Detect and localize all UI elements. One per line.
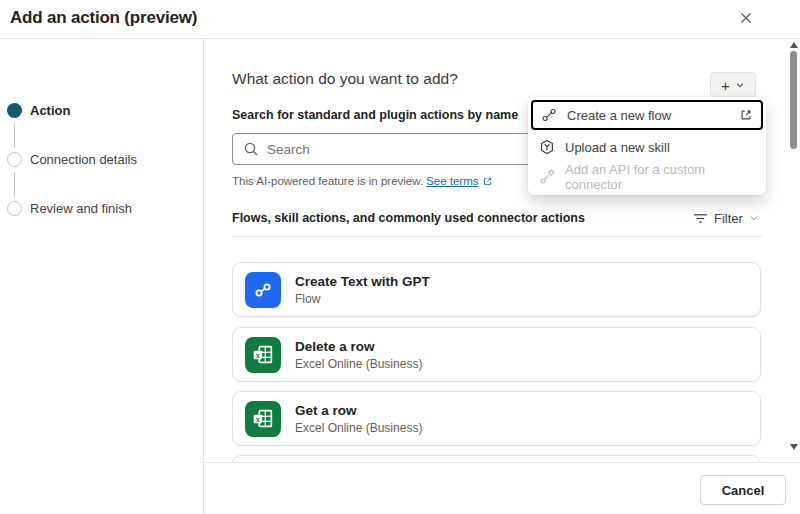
skill-cube-icon — [539, 139, 555, 155]
action-card-title: Get a row — [295, 403, 422, 418]
filter-label: Filter — [714, 211, 743, 226]
scrollbar[interactable] — [789, 40, 799, 452]
add-action-dialog: Add an action (preview) Action Connectio… — [0, 0, 800, 514]
chevron-down-icon — [749, 213, 759, 223]
step-dot-connection-details — [7, 152, 22, 167]
actions-list-header: Flows, skill actions, and commonly used … — [232, 211, 585, 225]
action-card-title: Delete a row — [295, 339, 422, 354]
ai-preview-note: This AI-powered feature is in preview. S… — [232, 175, 493, 187]
footer-divider — [203, 462, 800, 463]
plus-icon: + — [721, 78, 730, 93]
actions-scroll-area: Create Text with GPT Flow x Delete a row… — [232, 240, 763, 462]
ai-preview-note-text: This AI-powered feature is in preview. — [232, 175, 423, 187]
flow-connector-icon — [541, 107, 557, 123]
step-label-review-and-finish: Review and finish — [30, 201, 132, 216]
chevron-down-icon — [735, 80, 745, 90]
add-action-split-button[interactable]: + — [710, 72, 756, 98]
dialog-title: Add an action (preview) — [10, 8, 197, 28]
open-in-new-icon — [482, 176, 493, 187]
excel-icon: x — [245, 337, 281, 373]
filter-button[interactable]: Filter — [693, 208, 759, 228]
action-card-delete-a-row[interactable]: x Delete a row Excel Online (Business) — [232, 327, 761, 382]
custom-connector-icon — [539, 169, 555, 185]
search-icon — [243, 141, 259, 157]
see-terms-link[interactable]: See terms — [426, 175, 478, 187]
close-icon — [737, 9, 755, 27]
action-card-subtitle: Excel Online (Business) — [295, 357, 422, 371]
scroll-down-icon[interactable] — [790, 444, 798, 450]
flow-icon — [245, 272, 281, 308]
list-divider — [232, 236, 762, 237]
action-card-subtitle: Flow — [295, 292, 430, 306]
scroll-up-icon[interactable] — [790, 42, 798, 48]
menu-item-upload-a-new-skill[interactable]: Upload a new skill — [531, 132, 763, 162]
action-card-title: Create Text with GPT — [295, 274, 430, 289]
step-connector — [14, 172, 15, 197]
menu-item-create-a-new-flow[interactable]: Create a new flow — [531, 100, 763, 130]
action-card-subtitle: Excel Online (Business) — [295, 421, 422, 435]
add-action-menu: Create a new flow Upload a new skill Add… — [528, 97, 766, 195]
step-dot-review-and-finish — [7, 201, 22, 216]
menu-item-label: Add an API for a custom connector — [565, 162, 755, 192]
step-label-action: Action — [30, 103, 70, 118]
step-dot-action — [7, 103, 22, 118]
page-title: What action do you want to add? — [232, 70, 458, 88]
panel-divider — [203, 39, 204, 514]
action-card-get-a-row[interactable]: x Get a row Excel Online (Business) — [232, 391, 761, 446]
menu-item-label: Create a new flow — [567, 108, 671, 123]
action-card-create-text-with-gpt[interactable]: Create Text with GPT Flow — [232, 262, 761, 317]
step-label-connection-details: Connection details — [30, 152, 137, 167]
filter-icon — [693, 212, 708, 225]
cancel-button[interactable]: Cancel — [700, 475, 786, 505]
step-connector — [14, 123, 15, 148]
header-divider — [0, 38, 800, 39]
excel-icon: x — [245, 401, 281, 437]
menu-item-add-api-custom-connector[interactable]: Add an API for a custom connector — [531, 162, 763, 192]
search-section-label: Search for standard and plugin actions b… — [232, 108, 518, 122]
action-card-partial[interactable] — [232, 455, 761, 462]
close-button[interactable] — [731, 3, 761, 33]
open-in-new-icon — [739, 108, 753, 122]
scrollbar-thumb[interactable] — [790, 51, 797, 149]
menu-item-label: Upload a new skill — [565, 140, 670, 155]
